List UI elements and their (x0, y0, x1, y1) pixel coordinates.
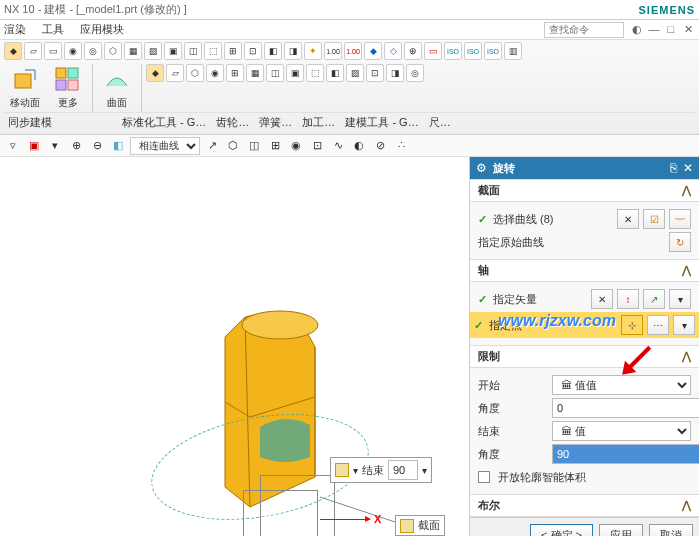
ribbon-tool-icon[interactable]: ⊡ (244, 42, 262, 60)
tb-icon[interactable]: ⊖ (88, 137, 106, 155)
ribbon-small-icon[interactable]: ⬚ (306, 64, 324, 82)
ribbon-small-icon[interactable]: ⊡ (366, 64, 384, 82)
callout-end-angle[interactable]: ▾ 结束 ▾ (330, 457, 432, 483)
ribbon-tool-icon[interactable]: ▱ (24, 42, 42, 60)
ribbon-tool-icon[interactable]: ▥ (504, 42, 522, 60)
tb-icon[interactable]: ∿ (329, 137, 347, 155)
panel-pin-icon[interactable]: ⎘ (670, 161, 677, 175)
tb-icon[interactable]: ∴ (392, 137, 410, 155)
ribbon-tool-icon[interactable]: ◇ (384, 42, 402, 60)
maximize-icon[interactable]: □ (664, 23, 678, 37)
ribbon-move-face[interactable]: 移动面 (4, 64, 46, 112)
tb-icon[interactable]: ⊕ (67, 137, 85, 155)
group-spring[interactable]: 弹簧… (259, 115, 292, 130)
ribbon-tool-icon[interactable]: ⊞ (224, 42, 242, 60)
ribbon-tool-icon[interactable]: ◫ (184, 42, 202, 60)
ribbon-tool-icon[interactable]: ◨ (284, 42, 302, 60)
specify-vector-label[interactable]: 指定矢量 (493, 292, 587, 307)
ribbon-tool-icon[interactable]: ◆ (4, 42, 22, 60)
minimize-icon[interactable]: — (647, 23, 661, 37)
ribbon-tool-icon[interactable]: ▭ (44, 42, 62, 60)
ribbon-small-icon[interactable]: ◨ (386, 64, 404, 82)
group-std-tools[interactable]: 标准化工具 - G… (122, 115, 206, 130)
ribbon-tool-icon[interactable]: 1.00 (344, 42, 362, 60)
close-icon[interactable]: ✕ (681, 23, 695, 37)
ribbon-tool-icon[interactable]: ISO (444, 42, 462, 60)
select-icon[interactable]: ▣ (25, 137, 43, 155)
limits-start-select[interactable]: 🏛 值值 (552, 375, 691, 395)
group-machining[interactable]: 加工… (302, 115, 335, 130)
point-pick-icon[interactable]: ⋯ (647, 315, 669, 335)
group-sync-model[interactable]: 同步建模 (8, 115, 52, 130)
curve-icon[interactable]: 〰 (669, 209, 691, 229)
ribbon-tool-icon[interactable]: ▣ (164, 42, 182, 60)
callout-section[interactable]: 截面 (395, 515, 445, 536)
vector-dir-icon[interactable]: ↕ (617, 289, 639, 309)
viewport-3d[interactable]: X Z ▾ 结束 ▾ 截面 (0, 157, 469, 536)
ribbon-tool-icon[interactable]: ◧ (264, 42, 282, 60)
ribbon-small-icon[interactable]: ◫ (266, 64, 284, 82)
section-header-section[interactable]: 截面⋀ (470, 179, 699, 202)
ribbon-small-icon[interactable]: ⊞ (226, 64, 244, 82)
limits-angle1-input[interactable] (552, 398, 699, 418)
ribbon-small-icon[interactable]: ▦ (246, 64, 264, 82)
section-header-boolean[interactable]: 布尔⋀ (470, 494, 699, 517)
help-icon[interactable]: ◐ (630, 23, 644, 37)
open-profile-checkbox[interactable] (478, 471, 490, 483)
cancel-button[interactable]: 取消 (649, 524, 693, 536)
apply-button[interactable]: 应用 (599, 524, 643, 536)
ribbon-small-icon[interactable]: ▱ (166, 64, 184, 82)
section-header-axis[interactable]: 轴⋀ (470, 259, 699, 282)
panel-menu-icon[interactable]: ⚙ (476, 161, 487, 175)
curve-filter-select[interactable]: 相连曲线 (130, 137, 200, 155)
section-header-limits[interactable]: 限制⋀ (470, 345, 699, 368)
ribbon-small-icon[interactable]: ◎ (406, 64, 424, 82)
select-curve-label[interactable]: 选择曲线 (8) (493, 212, 613, 227)
ribbon-more[interactable]: 更多 (48, 64, 88, 112)
box-icon[interactable]: ◧ (109, 137, 127, 155)
group-dim[interactable]: 尺… (429, 115, 451, 130)
point-dd-icon[interactable]: ▾ (673, 315, 695, 335)
vector-pick-icon[interactable]: ↗ (643, 289, 665, 309)
tb-icon[interactable]: ◐ (350, 137, 368, 155)
tb-icon[interactable]: ⊘ (371, 137, 389, 155)
ribbon-tool-icon[interactable]: ◆ (364, 42, 382, 60)
ribbon-small-icon[interactable]: ◆ (146, 64, 164, 82)
specify-point-label[interactable]: 指定点 (489, 318, 617, 333)
tb-icon[interactable]: ◫ (245, 137, 263, 155)
filter-icon[interactable]: ▿ (4, 137, 22, 155)
ribbon-tool-icon[interactable]: ▭ (424, 42, 442, 60)
menu-tools[interactable]: 工具 (42, 22, 64, 37)
ribbon-tool-icon[interactable]: ◎ (84, 42, 102, 60)
group-gear[interactable]: 齿轮… (216, 115, 249, 130)
search-input[interactable] (544, 22, 624, 38)
tb-icon[interactable]: ▾ (46, 137, 64, 155)
select-icon[interactable]: ✕ (617, 209, 639, 229)
ribbon-small-icon[interactable]: ▣ (286, 64, 304, 82)
ribbon-tool-icon[interactable]: ISO (464, 42, 482, 60)
ribbon-small-icon[interactable]: ⬡ (186, 64, 204, 82)
group-model-tools[interactable]: 建模工具 - G… (345, 115, 418, 130)
ribbon-tool-icon[interactable]: 1.00 (324, 42, 342, 60)
callout-end-input[interactable] (388, 460, 418, 480)
ribbon-tool-icon[interactable]: ▦ (124, 42, 142, 60)
ribbon-tool-icon[interactable]: ▨ (144, 42, 162, 60)
ribbon-tool-icon[interactable]: ✦ (304, 42, 322, 60)
tb-icon[interactable]: ⬡ (224, 137, 242, 155)
ribbon-small-icon[interactable]: ◉ (206, 64, 224, 82)
vector-dd-icon[interactable]: ▾ (669, 289, 691, 309)
tb-icon[interactable]: ↗ (203, 137, 221, 155)
ok-button[interactable]: < 确定 > (530, 524, 593, 536)
menu-app-module[interactable]: 应用模块 (80, 22, 124, 37)
ribbon-small-icon[interactable]: ◧ (326, 64, 344, 82)
limits-angle2-input[interactable] (552, 444, 699, 464)
tb-icon[interactable]: ⊞ (266, 137, 284, 155)
orig-curve-icon[interactable]: ↻ (669, 232, 691, 252)
ribbon-tool-icon[interactable]: ◉ (64, 42, 82, 60)
menu-render[interactable]: 渲染 (4, 22, 26, 37)
panel-close-icon[interactable]: ✕ (683, 161, 693, 175)
tb-icon[interactable]: ◉ (287, 137, 305, 155)
vector-icon[interactable]: ✕ (591, 289, 613, 309)
ribbon-tool-icon[interactable]: ISO (484, 42, 502, 60)
limits-end-select[interactable]: 🏛 值 (552, 421, 691, 441)
